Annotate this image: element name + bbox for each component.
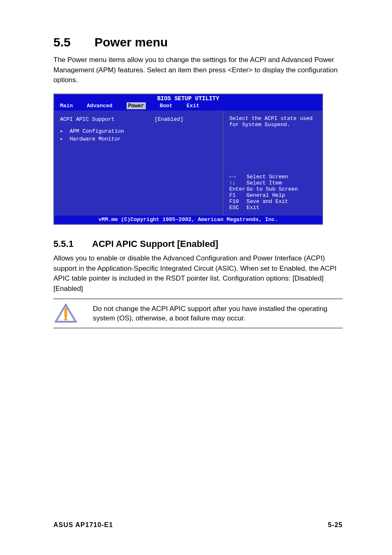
bios-tab-boot[interactable]: Boot <box>160 103 173 109</box>
page-footer: ASUS AP1710-E1 5-25 <box>53 521 343 529</box>
bios-item-label: Hardware Monitor <box>69 136 121 142</box>
subsection-title: ACPI APIC Support [Enabled] <box>92 239 218 249</box>
key-symbol: F1 <box>229 192 247 198</box>
caution-text: Do not change the ACPI APIC support afte… <box>93 304 343 324</box>
bios-tab-main[interactable]: Main <box>60 103 73 109</box>
subsection-number: 5.5.1 <box>53 239 92 249</box>
section-number: 5.5 <box>53 35 95 49</box>
key-label: Select Screen <box>247 174 288 180</box>
bios-title: BIOS SETUP UTILITY <box>54 94 322 102</box>
bios-tab-bar: MainAdvancedPowerBootExit <box>54 102 322 111</box>
key-label: General Help <box>247 192 285 198</box>
caution-icon <box>54 303 77 324</box>
bios-footer: vMM.mm (C)Copyright 1985-2002, American … <box>54 216 322 224</box>
bios-help-text: Select the ACPI state used for System Su… <box>229 115 318 128</box>
submenu-arrow-icon: ▸ <box>60 128 69 134</box>
key-symbol: Enter <box>229 186 247 192</box>
key-row: F10Save and Exit <box>229 198 318 205</box>
key-label: Save and Exit <box>247 198 288 205</box>
key-row: ←→Select Screen <box>229 174 318 180</box>
key-symbol: ESC <box>229 205 247 211</box>
key-row: F1General Help <box>229 192 318 198</box>
bios-key-legend: ←→Select Screen ↑↓Select Item EnterGo to… <box>229 174 318 211</box>
bios-tab-advanced[interactable]: Advanced <box>87 103 112 109</box>
key-symbol: ←→ <box>229 174 247 180</box>
bios-item-label: ACPI APIC Support <box>60 116 154 122</box>
bios-item[interactable]: ▸ Hardware Monitor <box>60 136 219 142</box>
bios-item[interactable]: ▸ APM Configuration <box>60 128 219 134</box>
key-label: Go to Sub Screen <box>247 186 298 192</box>
section-title: Power menu <box>95 35 168 49</box>
key-row: EnterGo to Sub Screen <box>229 186 318 192</box>
footer-model: ASUS AP1710-E1 <box>53 521 113 529</box>
footer-page-number: 5-25 <box>328 521 343 529</box>
intro-paragraph: The Power menu items allow you to change… <box>53 55 343 85</box>
key-symbol: F10 <box>229 198 247 205</box>
key-row: ↑↓Select Item <box>229 180 318 186</box>
key-label: Select Item <box>247 180 282 186</box>
section-heading: 5.5Power menu <box>53 35 343 49</box>
submenu-arrow-icon: ▸ <box>60 136 69 142</box>
bios-help-panel: Select the ACPI state used for System Su… <box>224 111 322 216</box>
subsection-body: Allows you to enable or disable the Adva… <box>53 253 343 294</box>
bios-main-panel: ACPI APIC Support[Enabled] ▸ APM Configu… <box>54 111 224 216</box>
svg-point-3 <box>65 318 67 321</box>
bios-item-value: [Enabled] <box>154 116 183 122</box>
bios-screen: BIOS SETUP UTILITY MainAdvancedPowerBoot… <box>53 94 323 225</box>
key-label: Exit <box>247 205 259 211</box>
key-symbol: ↑↓ <box>229 180 247 186</box>
bios-tab-power[interactable]: Power <box>127 102 146 109</box>
bios-tab-exit[interactable]: Exit <box>187 103 199 109</box>
key-row: ESCExit <box>229 205 318 211</box>
manual-page: 5.5Power menu The Power menu items allow… <box>0 0 392 555</box>
bios-item-label: APM Configuration <box>69 128 124 134</box>
subsection-heading: 5.5.1ACPI APIC Support [Enabled] <box>53 239 343 249</box>
bios-body: ACPI APIC Support[Enabled] ▸ APM Configu… <box>54 111 322 216</box>
bios-item[interactable]: ACPI APIC Support[Enabled] <box>60 116 219 122</box>
caution-note: Do not change the ACPI APIC support afte… <box>53 299 343 328</box>
